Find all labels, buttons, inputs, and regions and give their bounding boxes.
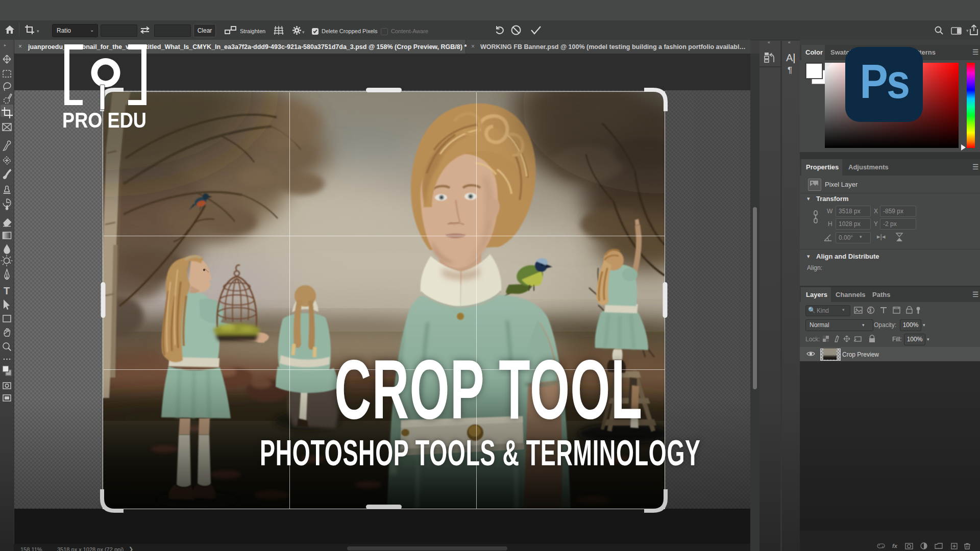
svg-text:PRO EDU: PRO EDU — [62, 108, 146, 132]
